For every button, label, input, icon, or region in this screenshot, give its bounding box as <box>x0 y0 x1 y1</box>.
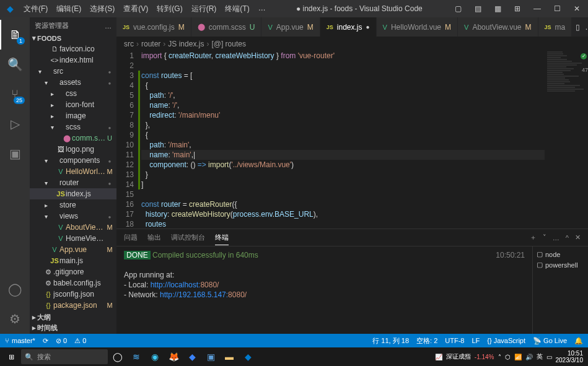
tree-item[interactable]: JSmain.js <box>30 255 116 266</box>
notifications-icon[interactable]: 🔔 <box>574 336 583 346</box>
tree-item[interactable]: VHomeView.vue <box>30 233 116 244</box>
tree-item[interactable]: ▾assets <box>30 77 116 88</box>
panel-tab[interactable]: 问题 <box>124 230 138 245</box>
edge-icon[interactable]: ◉ <box>146 349 164 364</box>
indent-indicator[interactable]: 空格: 2 <box>416 336 437 346</box>
tree-item[interactable]: ▾scss <box>30 121 116 133</box>
tree-item[interactable]: 🗋favicon.ico <box>30 43 116 54</box>
menu-item[interactable]: 转到(G) <box>153 1 186 17</box>
local-url[interactable]: http://localhost: <box>151 281 201 289</box>
editor-tab[interactable]: ⬤comm.scssU <box>191 17 262 37</box>
tray-icon[interactable]: ▭ <box>546 354 552 360</box>
app-icon[interactable]: ◆ <box>183 349 201 364</box>
breadcrumb-item[interactable]: router <box>141 40 160 48</box>
ime-indicator[interactable]: 英 <box>537 352 543 361</box>
editor-tab[interactable]: VApp.vueM <box>261 17 320 37</box>
maximize-panel-icon[interactable]: ^ <box>566 232 569 244</box>
layout-icon[interactable]: ▢ <box>449 0 467 17</box>
tree-item[interactable]: ▾router <box>30 177 116 188</box>
chevron-down-icon[interactable]: ˅ <box>543 231 546 244</box>
more-icon[interactable]: … <box>105 22 112 30</box>
language-indicator[interactable]: {} JavaScript <box>487 336 525 346</box>
breadcrumb-item[interactable]: src <box>124 40 134 48</box>
errors-indicator[interactable]: ⊘ 0 <box>56 337 67 345</box>
more-icon[interactable]: … <box>585 23 588 32</box>
close-panel-icon[interactable]: ✕ <box>575 231 581 244</box>
tray-icon[interactable]: ⬡ <box>505 354 511 360</box>
menu-item[interactable]: 终端(T) <box>221 1 253 17</box>
terminal-item[interactable]: ▢node <box>535 249 586 259</box>
explorer-tab[interactable]: 🗎1 <box>0 20 30 50</box>
editor-tab[interactable]: JSindex.js● <box>320 17 377 37</box>
breadcrumb-item[interactable]: [@] routes <box>211 40 246 48</box>
search-tab[interactable]: 🔍 <box>0 50 30 79</box>
stock-icon[interactable]: 📈 <box>435 354 442 360</box>
code-area[interactable]: import { createRouter, createWebHistory … <box>141 51 545 229</box>
layout-icon[interactable]: ▤ <box>469 0 486 17</box>
tree-item[interactable]: ▾views <box>30 211 116 222</box>
tree-item[interactable]: ▾src <box>30 66 116 77</box>
settings-icon[interactable]: ⚙ <box>0 304 30 334</box>
editor-tab[interactable]: VAboutView.vueM <box>458 17 538 37</box>
tree-item[interactable]: ▾components <box>30 155 116 166</box>
explorer-icon[interactable]: ▬ <box>221 349 238 364</box>
menu-item[interactable]: 文件(F) <box>20 1 51 17</box>
terminal-item[interactable]: ▢powershell <box>535 259 586 270</box>
menu-item[interactable]: … <box>255 1 270 17</box>
sync-button[interactable]: ⟳ <box>43 337 48 345</box>
tray-icon[interactable]: 📶 <box>514 354 522 360</box>
network-url[interactable]: http://192.168.5.147: <box>160 290 228 299</box>
tray-chevron-icon[interactable]: ˄ <box>498 354 501 360</box>
timeline-section[interactable]: ▸ 时间线 <box>30 323 116 334</box>
layout-icon[interactable]: ▦ <box>489 0 506 17</box>
breadcrumb[interactable]: src›router›JS index.js›[@] routes <box>116 37 588 51</box>
panel-tab[interactable]: 终端 <box>215 230 229 245</box>
tree-item[interactable]: JSindex.js <box>30 188 116 199</box>
editor-body[interactable]: 12345678910111213141516171819202122 impo… <box>116 51 588 229</box>
cursor-position[interactable]: 行 11, 列 18 <box>372 336 409 346</box>
editor-tab[interactable]: VHelloWorld.vueM <box>377 17 459 37</box>
firefox-icon[interactable]: 🦊 <box>165 349 182 364</box>
tree-item[interactable]: ⚙.gitignore <box>30 266 116 277</box>
extensions-tab[interactable]: ▣ <box>0 139 30 168</box>
tree-item[interactable]: {}jsconfig.json <box>30 289 116 300</box>
panel-tab[interactable]: 调试控制台 <box>171 230 205 245</box>
tree-item[interactable]: 🖼logo.png <box>30 144 116 155</box>
breadcrumb-item[interactable]: JS index.js <box>168 40 204 48</box>
app-icon[interactable]: ▣ <box>202 349 219 364</box>
split-icon[interactable]: ▯ <box>576 23 580 32</box>
golive-button[interactable]: 📡 Go Live <box>533 336 567 346</box>
clock[interactable]: 10:51 2023/3/10 <box>556 350 586 364</box>
tree-item[interactable]: VHelloWorld.vueM <box>30 166 116 177</box>
outline-section[interactable]: ▸ 大纲 <box>30 313 116 323</box>
taskbar-search[interactable]: 🔍搜索 <box>21 349 108 364</box>
tree-item[interactable]: VApp.vueM <box>30 244 116 255</box>
minimize-button[interactable]: ― <box>529 0 546 17</box>
layout-icon[interactable]: ⊞ <box>509 0 526 17</box>
tree-item[interactable]: ⚙babel.config.js <box>30 277 116 289</box>
start-button[interactable]: ⊞ <box>2 349 20 364</box>
warnings-indicator[interactable]: ⚠ 0 <box>74 337 86 345</box>
vscode-icon[interactable]: ◆ <box>239 349 257 364</box>
app-icon[interactable]: ≋ <box>128 349 145 364</box>
menu-item[interactable]: 运行(R) <box>188 1 221 17</box>
branch-indicator[interactable]: ⑂ master* <box>5 337 35 344</box>
more-icon[interactable]: … <box>553 232 559 244</box>
tree-item[interactable]: <>index.html <box>30 54 116 66</box>
tree-item[interactable]: ▸image <box>30 110 116 121</box>
terminal-output[interactable]: DONE Compiled successfully in 640ms10:50… <box>116 246 532 334</box>
cortana-icon[interactable]: ◯ <box>109 349 126 364</box>
tree-item[interactable]: ⬤comm.scssU <box>30 133 116 144</box>
stock-label[interactable]: 深证成指 <box>446 352 471 361</box>
scm-tab[interactable]: ⑂25 <box>0 79 30 109</box>
menu-item[interactable]: 选择(S) <box>86 1 118 17</box>
tree-item[interactable]: VAboutView.vueM <box>30 222 116 233</box>
panel-tab[interactable]: 输出 <box>147 230 161 245</box>
debug-tab[interactable]: ▷ <box>0 109 30 139</box>
new-terminal-icon[interactable]: ＋ <box>530 230 537 245</box>
encoding-indicator[interactable]: UTF-8 <box>445 336 464 346</box>
tree-item[interactable]: ▸store <box>30 199 116 211</box>
tree-item[interactable]: {}package.jsonM <box>30 300 116 311</box>
account-icon[interactable]: ◯ <box>0 274 30 304</box>
explorer-root[interactable]: ▾ FOODS <box>30 34 116 43</box>
